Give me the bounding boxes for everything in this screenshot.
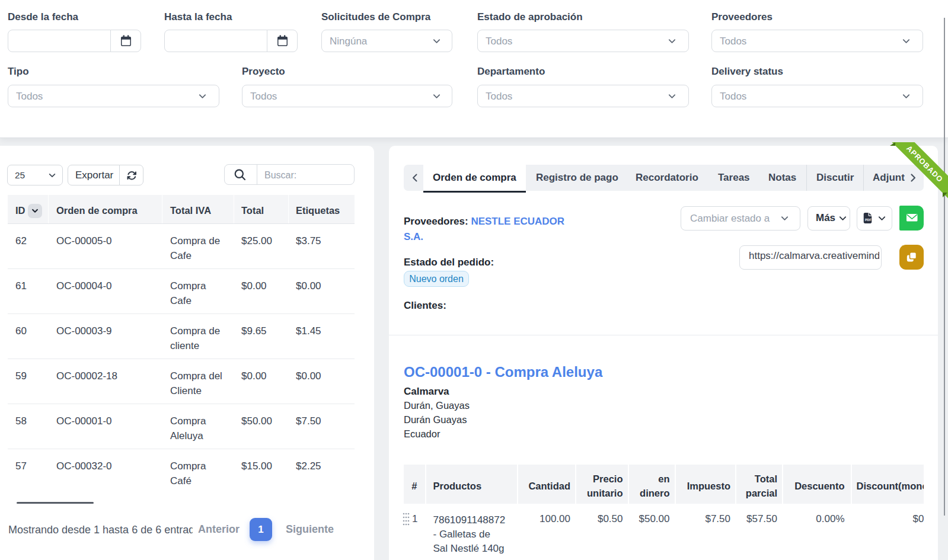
svg-text:PDF: PDF <box>865 218 872 222</box>
